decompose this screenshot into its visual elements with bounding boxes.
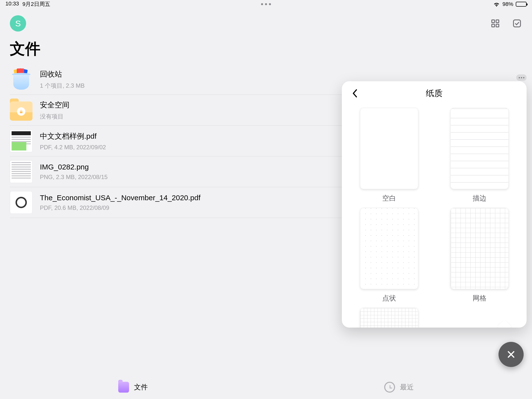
pdf-thumbnail-icon xyxy=(10,191,33,214)
battery-icon xyxy=(516,2,527,7)
chevron-left-icon xyxy=(352,89,357,98)
file-title: 回收站 xyxy=(40,69,84,79)
file-meta: 1 个项目, 2.3 MB xyxy=(40,82,84,90)
close-icon xyxy=(506,350,516,359)
paper-option-grid[interactable]: 网格 xyxy=(445,208,514,303)
paper-swatch-icon xyxy=(450,108,509,189)
wifi-icon xyxy=(493,2,500,7)
tab-bar: 文件 最近 xyxy=(0,375,532,399)
pdf-thumbnail-icon xyxy=(10,130,33,152)
more-icon[interactable] xyxy=(516,74,527,81)
file-meta: PNG, 2.3 MB, 2022/08/15 xyxy=(40,174,108,181)
status-bar: 10:33 9月2日周五 98% xyxy=(0,0,532,8)
folder-icon xyxy=(118,382,129,393)
close-button[interactable] xyxy=(499,342,524,367)
panel-title: 纸质 xyxy=(426,88,443,99)
tab-label: 最近 xyxy=(400,382,414,392)
paper-swatch-icon xyxy=(360,208,418,289)
tab-label: 文件 xyxy=(134,382,148,392)
file-meta: PDF, 20.6 MB, 2022/08/09 xyxy=(40,204,200,211)
paper-swatch-icon xyxy=(360,308,418,328)
file-title: 安全空间 xyxy=(40,100,69,110)
avatar[interactable]: S xyxy=(10,15,26,32)
tab-files[interactable]: 文件 xyxy=(0,375,266,399)
paper-option-ruled[interactable]: 描边 xyxy=(445,108,514,203)
svg-rect-3 xyxy=(496,24,499,27)
svg-rect-4 xyxy=(514,20,521,27)
file-meta: 没有项目 xyxy=(40,113,69,120)
back-button[interactable] xyxy=(349,88,360,99)
svg-rect-0 xyxy=(492,20,495,23)
file-title: The_Economist_USA_-_November_14_2020.pdf xyxy=(40,194,200,202)
paper-label: 描边 xyxy=(473,194,486,203)
header: S xyxy=(0,8,532,32)
paper-swatch-icon xyxy=(450,208,509,289)
page-title: 文件 xyxy=(0,32,532,64)
battery-pct: 98% xyxy=(502,1,513,7)
paper-style-panel: 纸质 空白 描边 点状 网格 xyxy=(342,81,527,328)
paper-swatch-icon xyxy=(360,108,418,189)
paper-option-quad[interactable] xyxy=(354,308,424,328)
paper-label: 网格 xyxy=(473,294,486,303)
paper-label: 点状 xyxy=(382,294,396,303)
status-time: 10:33 xyxy=(5,0,19,8)
trash-icon xyxy=(10,68,33,91)
select-mode-icon[interactable] xyxy=(512,18,522,29)
status-date: 9月2日周五 xyxy=(22,0,50,8)
paper-option-dot[interactable]: 点状 xyxy=(354,208,424,303)
svg-rect-1 xyxy=(496,20,499,23)
file-meta: PDF, 4.2 MB, 2022/09/02 xyxy=(40,144,106,151)
paper-label: 空白 xyxy=(382,194,396,203)
clock-icon xyxy=(384,382,395,393)
folder-locked-icon xyxy=(10,101,33,121)
image-thumbnail-icon xyxy=(10,160,33,183)
tab-recent[interactable]: 最近 xyxy=(266,375,532,399)
view-grid-icon[interactable] xyxy=(490,18,500,29)
file-title: IMG_0282.png xyxy=(40,163,108,171)
svg-rect-2 xyxy=(492,24,495,27)
multitask-dots[interactable] xyxy=(261,3,271,5)
file-title: 中文文档样例.pdf xyxy=(40,131,106,141)
paper-option-blank[interactable]: 空白 xyxy=(354,108,424,203)
